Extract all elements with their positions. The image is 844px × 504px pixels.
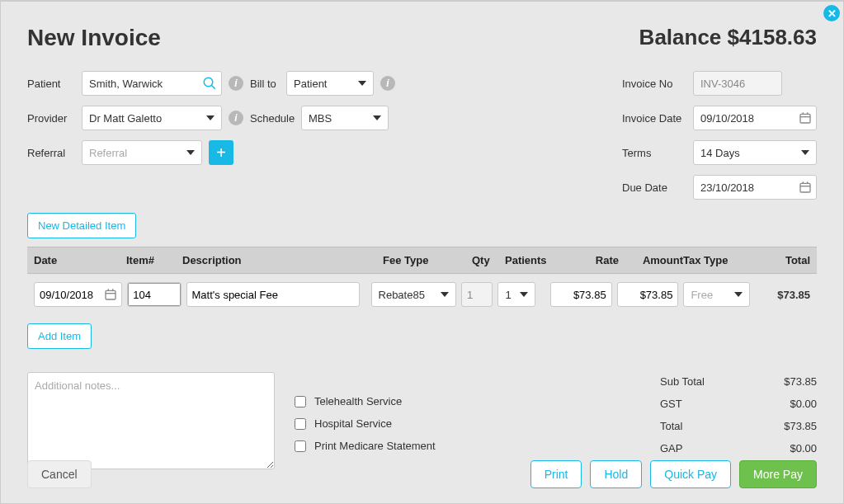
gap-label: GAP xyxy=(660,442,682,455)
notes-textarea[interactable] xyxy=(27,372,275,469)
calendar-icon[interactable] xyxy=(799,181,812,194)
cancel-button[interactable]: Cancel xyxy=(27,460,92,488)
search-icon[interactable] xyxy=(202,76,217,91)
gst-label: GST xyxy=(660,398,682,410)
gap-value: $0.00 xyxy=(790,442,817,455)
gst-value: $0.00 xyxy=(790,398,817,410)
new-detailed-item-button[interactable]: New Detailed Item xyxy=(27,213,136,238)
info-icon[interactable]: i xyxy=(229,76,243,91)
terms-label: Terms xyxy=(622,147,686,159)
telehealth-label: Telehealth Service xyxy=(314,395,402,407)
row-tax-select[interactable]: Free xyxy=(683,282,750,307)
col-total: Total xyxy=(752,254,810,266)
invoice-no-field xyxy=(693,71,782,96)
calendar-icon[interactable] xyxy=(799,111,812,125)
row-amount-field[interactable] xyxy=(617,282,679,307)
row-qty-field xyxy=(461,282,493,307)
total-label: Total xyxy=(660,420,682,432)
col-taxtype: Tax Type xyxy=(683,254,752,266)
print-button[interactable]: Print xyxy=(530,460,582,488)
add-referral-button[interactable]: + xyxy=(209,140,233,165)
subtotal-value: $73.85 xyxy=(784,375,817,388)
medicare-label: Print Medicare Statement xyxy=(314,440,436,452)
row-fee-select[interactable]: Rebate85 xyxy=(371,282,457,307)
hospital-checkbox[interactable] xyxy=(295,418,306,430)
patient-input[interactable] xyxy=(82,71,222,96)
more-pay-button[interactable]: More Pay xyxy=(739,460,817,488)
page-title: New Invoice xyxy=(27,25,161,51)
row-item-field[interactable] xyxy=(127,282,181,307)
col-date: Date xyxy=(34,254,126,266)
schedule-label: Schedule xyxy=(250,112,295,125)
close-icon[interactable]: ✕ xyxy=(823,5,840,21)
row-total-value: $73.85 xyxy=(755,289,810,301)
referral-label: Referral xyxy=(27,147,75,159)
invoice-date-label: Invoice Date xyxy=(622,112,686,125)
col-qty: Qty xyxy=(472,254,505,266)
quick-pay-button[interactable]: Quick Pay xyxy=(650,460,731,488)
col-desc: Description xyxy=(182,254,376,266)
total-value: $73.85 xyxy=(784,420,817,432)
col-rate: Rate xyxy=(554,254,619,266)
table-row: Rebate85 1 Free $73.85 xyxy=(27,274,817,315)
due-date-label: Due Date xyxy=(622,181,686,194)
info-icon[interactable]: i xyxy=(229,111,243,125)
svg-rect-6 xyxy=(800,183,810,192)
row-patients-select[interactable]: 1 xyxy=(497,282,535,307)
info-icon[interactable]: i xyxy=(380,76,395,91)
subtotal-label: Sub Total xyxy=(660,375,705,388)
col-fee: Fee Type xyxy=(383,254,472,266)
svg-point-0 xyxy=(204,78,213,87)
terms-select[interactable]: 14 Days xyxy=(693,140,817,165)
billto-select[interactable]: Patient xyxy=(286,71,374,96)
patient-label: Patient xyxy=(27,78,75,90)
svg-rect-10 xyxy=(106,290,116,299)
col-item: Item# xyxy=(126,254,182,266)
hold-button[interactable]: Hold xyxy=(590,460,642,488)
balance-display: Balance $4158.63 xyxy=(639,25,817,50)
schedule-select[interactable]: MBS xyxy=(301,106,389,130)
billto-label: Bill to xyxy=(250,78,280,90)
provider-select[interactable]: Dr Matt Galetto xyxy=(82,106,222,130)
svg-line-1 xyxy=(211,85,215,89)
medicare-checkbox[interactable] xyxy=(295,440,306,452)
calendar-icon[interactable] xyxy=(104,288,117,301)
row-rate-field[interactable] xyxy=(550,282,612,307)
add-item-button[interactable]: Add Item xyxy=(27,323,92,349)
referral-select[interactable]: Referral xyxy=(82,140,202,165)
svg-rect-2 xyxy=(800,114,810,123)
col-pat: Patients xyxy=(505,254,554,266)
col-amount: Amount xyxy=(619,254,683,266)
provider-label: Provider xyxy=(27,112,75,125)
hospital-label: Hospital Service xyxy=(314,417,392,430)
row-desc-field[interactable] xyxy=(186,282,360,307)
telehealth-checkbox[interactable] xyxy=(295,396,306,407)
invoice-no-label: Invoice No xyxy=(622,78,686,90)
